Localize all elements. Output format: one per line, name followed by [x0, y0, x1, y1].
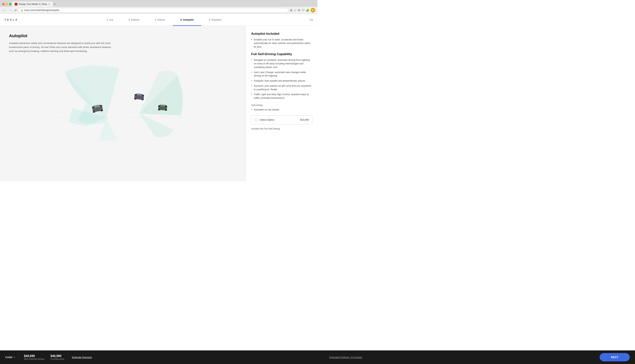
url-text: tesla.com/model3/design#autopilot	[24, 9, 59, 12]
forward-button[interactable]: →	[8, 8, 13, 12]
svg-rect-25	[161, 105, 163, 106]
browser-controls: ← → ↺ 🔒 tesla.com/model3/design#autopilo…	[0, 7, 317, 14]
tesla-logo[interactable]: TESLA	[5, 18, 18, 21]
browser-chrome: T Design Your Model 3 | Tesla × + ← → ↺ …	[0, 0, 317, 14]
tab-favicon-icon: T	[15, 3, 17, 6]
tab-title: Design Your Model 3 | Tesla	[19, 3, 47, 6]
svg-rect-14	[142, 99, 144, 100]
upcoming-label: Upcoming:	[251, 104, 312, 106]
translate-icon[interactable]: ⊞	[290, 9, 292, 12]
included-bullet-1: Enables your car to steer, accelerate an…	[251, 38, 312, 48]
traffic-lights	[2, 3, 11, 5]
fsd-title: Full Self-Driving Capability	[251, 52, 312, 56]
shield-icon[interactable]: 🛡	[302, 9, 304, 12]
svg-rect-10	[97, 105, 100, 107]
svg-rect-26	[163, 105, 165, 107]
right-panel: Autopilot Included Enables your car to s…	[246, 26, 317, 182]
option-radio	[254, 118, 258, 122]
svg-rect-20	[160, 104, 166, 107]
svg-rect-24	[165, 106, 167, 107]
account-avatar[interactable]: 63	[311, 8, 315, 12]
lock-icon: 🔒	[21, 9, 23, 12]
fsd-bullet-4: Summon: your parked car will come find y…	[251, 84, 312, 92]
browser-tab[interactable]: T Design Your Model 3 | Tesla ×	[12, 2, 53, 7]
minimize-window-btn[interactable]	[6, 3, 8, 5]
bookmark-icon[interactable]: ☆	[294, 9, 296, 12]
svg-rect-9	[95, 106, 97, 108]
browser-actions: ⊞ ☆ IA 🛡 🧩 63	[290, 8, 315, 12]
fsd-bullets-list: Navigate on Autopilot: automatic driving…	[251, 58, 312, 100]
nav-steps: 1. Car 2. Exterior 3. Interior 4. Autopi…	[18, 14, 309, 26]
new-tab-button[interactable]: +	[54, 2, 56, 6]
reload-button[interactable]: ↺	[14, 9, 17, 12]
nav-step-exterior[interactable]: 2. Exterior	[121, 14, 147, 26]
fsd-bullet-3: Autopark: both parallel and perpendicula…	[251, 79, 312, 83]
svg-rect-13	[134, 98, 136, 100]
nav-step-car[interactable]: 1. Car	[99, 14, 121, 26]
svg-rect-22	[165, 110, 167, 111]
nav-step-interior[interactable]: 3. Interior	[147, 14, 173, 26]
fsd-bullet-2: Auto Lane Change: automatic lane changes…	[251, 70, 312, 78]
autopilot-description: Autopilot advanced safety and convenienc…	[9, 41, 115, 53]
browser-tabs: T Design Your Model 3 | Tesla × +	[0, 0, 317, 7]
puzzle-icon[interactable]: 🧩	[306, 9, 309, 12]
main-layout: Autopilot Autopilot advanced safety and …	[0, 26, 317, 182]
close-window-btn[interactable]	[2, 3, 5, 5]
select-option-button[interactable]: Select Option $10,000	[251, 115, 312, 124]
svg-rect-21	[158, 109, 160, 110]
autopilot-title: Autopilot	[9, 34, 237, 38]
includes-text: Includes the Full Self Driving	[251, 128, 312, 130]
tesla-navigation: TESLA 1. Car 2. Exterior 3. Interior 4. …	[0, 14, 317, 26]
option-label: Select Option	[260, 118, 274, 121]
nav-account[interactable]: US	[309, 18, 313, 21]
svg-point-2	[110, 86, 136, 112]
svg-rect-23	[158, 105, 160, 107]
address-bar[interactable]: 🔒 tesla.com/model3/design#autopilot	[18, 8, 288, 12]
nav-step-payment[interactable]: 5. Payment	[201, 14, 229, 26]
svg-rect-17	[137, 94, 139, 96]
left-content: Autopilot Autopilot advanced safety and …	[0, 26, 246, 182]
fsd-bullet-1: Navigate on Autopilot: automatic driving…	[251, 58, 312, 69]
autopilot-visualization	[9, 58, 237, 141]
autopilot-included-title: Autopilot Included	[251, 32, 312, 36]
svg-rect-18	[140, 94, 142, 96]
upcoming-bullets-list: Autosteer on city streets.	[251, 108, 312, 112]
fsd-bullet-5: Traffic Light and Stop Sign Control: ass…	[251, 93, 312, 100]
svg-rect-15	[135, 94, 137, 96]
tab-close-icon[interactable]: ×	[48, 3, 50, 6]
autopilot-included-list: Enables your car to steer, accelerate an…	[251, 38, 312, 48]
select-option-left: Select Option	[254, 118, 274, 122]
option-price: $10,000	[300, 118, 309, 121]
svg-rect-16	[142, 95, 144, 96]
nav-step-autopilot[interactable]: 4. Autopilot	[173, 14, 201, 26]
ia-icon[interactable]: IA	[298, 9, 300, 12]
maximize-window-btn[interactable]	[9, 3, 11, 5]
back-button[interactable]: ←	[2, 8, 7, 12]
upcoming-bullet-1: Autosteer on city streets.	[251, 108, 312, 112]
